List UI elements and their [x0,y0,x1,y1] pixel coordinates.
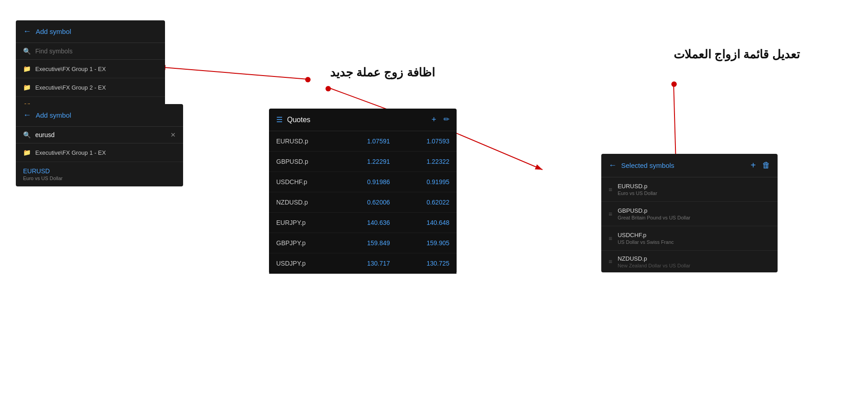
quote-symbol-6: USDJPY.p [276,260,330,267]
search-icon-top: 🔍 [23,48,31,55]
search-bar-bottom[interactable]: 🔍 ✕ [16,127,183,143]
quote-ask-4: 140.648 [404,219,449,226]
selected-row-3[interactable]: ≡ NZDUSD.p New Zealand Dollar vs US Doll… [601,251,778,272]
selected-symbol-info-1: GBPUSD.p Great Britain Pound vs US Dolla… [618,207,690,220]
selected-delete-button[interactable]: 🗑 [762,161,770,170]
selected-symbol-name-0: EURUSD.p [618,183,657,190]
selected-symbol-desc-0: Euro vs US Dollar [618,190,657,196]
selected-row-0[interactable]: ≡ EURUSD.p Euro vs US Dollar [601,177,778,202]
selected-row-2[interactable]: ≡ USDCHF.p US Dollar vs Swiss Franc [601,226,778,251]
quote-symbol-0: EURUSD.p [276,138,330,145]
quote-ask-3: 0.62022 [404,199,449,206]
selected-symbol-name-2: USDCHF.p [618,232,674,238]
selected-symbol-info-2: USDCHF.p US Dollar vs Swiss Franc [618,232,674,245]
add-symbol-panel-bottom: ← Add symbol 🔍 ✕ 📁 Executive\FX Group 1 … [16,104,183,186]
quote-bid-1: 1.22291 [345,158,390,165]
quotes-title: Quotes [287,116,311,124]
folder-icon-0: 📁 [23,65,31,72]
svg-line-3 [674,84,676,163]
quote-symbol-4: EURJPY.p [276,219,330,226]
clear-icon-bottom[interactable]: ✕ [170,131,176,138]
quote-bid-3: 0.62006 [345,199,390,206]
quote-row-2[interactable]: USDCHF.p 0.91986 0.91995 [269,172,457,192]
folder-icon-bottom-0: 📁 [23,149,31,156]
add-symbol-label: اظافة زوج عملة جديد [330,66,435,80]
selected-symbol-desc-1: Great Britain Pound vs US Dollar [618,215,690,220]
quote-bid-2: 0.91986 [345,178,390,186]
quote-symbol-5: GBPJPY.p [276,239,330,247]
back-button-top[interactable]: ← [23,27,31,36]
symbol-result-eurusd[interactable]: EURUSD Euro vs US Dollar [16,162,183,186]
quote-symbol-1: GBPUSD.p [276,158,330,165]
folder-item-bottom-0[interactable]: 📁 Executive\FX Group 1 - EX [16,143,183,162]
svg-line-1 [158,67,307,79]
selected-header-right: + 🗑 [750,160,770,171]
selected-header-left: ← Selected symbols [609,161,675,170]
folder-icon-1: 📁 [23,84,31,91]
add-symbol-title-bottom: Add symbol [36,111,71,119]
quote-ask-0: 1.07593 [404,138,449,145]
quote-row-6[interactable]: USDJPY.p 130.717 130.725 [269,253,457,274]
quote-ask-1: 1.22322 [404,158,449,165]
selected-add-button[interactable]: + [750,160,756,171]
quotes-panel: ☰ Quotes + ✏ EURUSD.p 1.07591 1.07593 GB… [269,109,457,274]
quote-ask-6: 130.725 [404,260,449,267]
quote-bid-4: 140.636 [345,219,390,226]
drag-handle-3: ≡ [609,258,612,265]
quote-bid-0: 1.07591 [345,138,390,145]
folder-label-1: Executive\FX Group 2 - EX [35,84,106,91]
selected-symbol-info-3: NZDUSD.p New Zealand Dollar vs US Dollar [618,255,690,268]
symbol-result-desc: Euro vs US Dollar [23,176,176,181]
drag-handle-1: ≡ [609,210,612,218]
drag-handle-2: ≡ [609,235,612,242]
symbol-result-name: EURUSD [23,167,176,175]
folder-label-0: Executive\FX Group 1 - EX [35,66,106,72]
selected-row-1[interactable]: ≡ GBPUSD.p Great Britain Pound vs US Dol… [601,202,778,226]
search-input-bottom[interactable] [35,131,166,138]
quotes-actions: + ✏ [431,115,449,124]
search-icon-bottom: 🔍 [23,131,31,138]
search-bar-top[interactable]: 🔍 [16,43,165,60]
quotes-add-button[interactable]: + [431,115,436,124]
selected-symbol-desc-3: New Zealand Dollar vs US Dollar [618,263,690,268]
folder-label-bottom-0: Executive\FX Group 1 - EX [35,149,106,156]
quote-symbol-2: USDCHF.p [276,178,330,186]
quote-row-3[interactable]: NZDUSD.p 0.62006 0.62022 [269,192,457,213]
drag-handle-0: ≡ [609,186,612,193]
quotes-title-group: ☰ Quotes [276,115,311,124]
selected-back-button[interactable]: ← [609,161,617,170]
quote-bid-6: 130.717 [345,260,390,267]
folder-item-1[interactable]: 📁 Executive\FX Group 2 - EX [16,78,165,97]
quote-row-4[interactable]: EURJPY.p 140.636 140.648 [269,213,457,233]
selected-header: ← Selected symbols + 🗑 [601,154,778,177]
hamburger-icon: ☰ [276,115,283,124]
quotes-header: ☰ Quotes + ✏ [269,109,457,131]
selected-symbol-name-3: NZDUSD.p [618,255,690,262]
selected-title: Selected symbols [621,162,675,169]
add-symbol-panel-top: ← Add symbol 🔍 📁 Executive\FX Group 1 - … [16,20,165,115]
back-button-bottom[interactable]: ← [23,110,31,120]
edit-list-label: تعديل قائمة ازواج العملات [674,48,800,62]
add-symbol-title-top: Add symbol [36,28,71,35]
selected-symbol-desc-2: US Dollar vs Swiss Franc [618,239,674,245]
quote-symbol-3: NZDUSD.p [276,199,330,206]
add-symbol-header-bottom: ← Add symbol [16,104,183,127]
folder-item-0[interactable]: 📁 Executive\FX Group 1 - EX [16,60,165,78]
quotes-edit-button[interactable]: ✏ [443,115,449,124]
quote-row-0[interactable]: EURUSD.p 1.07591 1.07593 [269,131,457,152]
quote-ask-5: 159.905 [404,239,449,247]
quote-bid-5: 159.849 [345,239,390,247]
quote-ask-2: 0.91995 [404,178,449,186]
selected-symbols-panel: ← Selected symbols + 🗑 ≡ EURUSD.p Euro v… [601,154,778,272]
selected-symbol-info-0: EURUSD.p Euro vs US Dollar [618,183,657,196]
search-input-top[interactable] [35,48,158,55]
quote-row-1[interactable]: GBPUSD.p 1.22291 1.22322 [269,152,457,172]
quote-row-5[interactable]: GBPJPY.p 159.849 159.905 [269,233,457,253]
add-symbol-header-top: ← Add symbol [16,20,165,43]
selected-symbol-name-1: GBPUSD.p [618,207,690,214]
